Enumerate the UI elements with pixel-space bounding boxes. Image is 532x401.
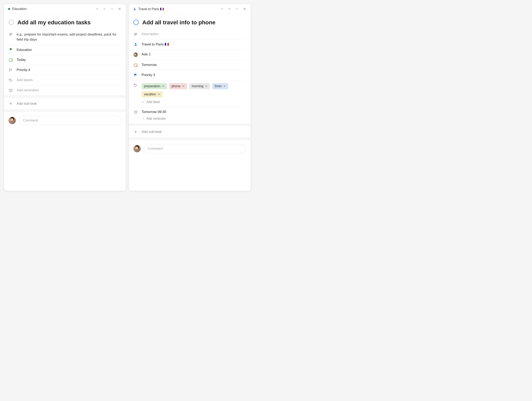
labels-container: preparation✕phone✕morning✕5min✕vacation✕… (141, 83, 246, 104)
remove-label-icon[interactable]: ✕ (223, 84, 226, 88)
add-label-button[interactable]: ＋ Add label (141, 100, 246, 104)
description-field[interactable]: e.g.: prepare for important exams, add p… (8, 29, 121, 45)
reminder-value[interactable]: Tomorrow 09:30 (141, 110, 246, 114)
more-button[interactable] (235, 7, 239, 11)
assignee-name: Ada J. (141, 52, 246, 56)
svg-point-16 (235, 9, 236, 9)
task-title-row: Add all my education tasks (4, 14, 126, 28)
labels-placeholder: Add labels (17, 78, 121, 82)
section-divider (4, 95, 126, 98)
priority-field[interactable]: Priority 3 (133, 70, 246, 80)
add-subtask-label: Add sub-task (141, 130, 162, 134)
description-text: e.g.: prepare for important exams, add p… (17, 32, 121, 42)
svg-point-0 (110, 9, 111, 9)
tag-icon (8, 78, 13, 82)
comment-input[interactable]: Comment (144, 144, 246, 153)
project-field[interactable]: Education (8, 45, 121, 55)
task-fields: e.g.: prepare for important exams, add p… (4, 29, 126, 95)
close-button[interactable] (242, 7, 247, 11)
svg-point-25 (135, 43, 136, 44)
label-chip[interactable]: vacation✕ (141, 91, 163, 97)
priority-value: Priority 3 (141, 73, 246, 77)
label-text: preparation (144, 84, 160, 88)
plus-icon: ＋ (141, 100, 145, 104)
section-divider (129, 124, 251, 126)
add-subtask-button[interactable]: Add sub-task (129, 126, 251, 138)
remove-label-icon[interactable]: ✕ (158, 92, 160, 96)
avatar (133, 145, 141, 152)
calendar-icon (8, 58, 13, 62)
flag-icon (133, 73, 138, 77)
person-icon (133, 42, 138, 46)
add-reminder-button[interactable]: ＋ Add reminder (141, 116, 246, 121)
labels-field: preparation✕phone✕morning✕5min✕vacation✕… (133, 80, 246, 107)
next-task-button[interactable] (228, 7, 231, 11)
label-text: 5min (215, 84, 222, 88)
project-field[interactable]: Travel to Paris 🇫🇷 (133, 39, 246, 50)
prev-task-button[interactable] (95, 7, 99, 11)
remove-label-icon[interactable]: ✕ (162, 84, 165, 88)
task-panel-left: Education Add all my education tasks e.g… (4, 4, 126, 191)
header-project[interactable]: Travel to Paris 🇫🇷 (133, 7, 218, 11)
prev-task-button[interactable] (220, 7, 224, 11)
header-project-name: Travel to Paris 🇫🇷 (138, 7, 164, 11)
svg-point-18 (238, 9, 238, 9)
label-chip[interactable]: preparation✕ (141, 83, 167, 89)
more-button[interactable] (110, 7, 114, 11)
alarm-icon (8, 88, 13, 92)
reminder-container: Tomorrow 09:30 ＋ Add reminder (141, 110, 246, 121)
svg-point-10 (11, 61, 12, 61)
add-subtask-button[interactable]: Add sub-task (4, 98, 126, 109)
remove-label-icon[interactable]: ✕ (182, 84, 185, 88)
label-text: phone (171, 84, 181, 88)
svg-point-15 (134, 8, 135, 9)
task-title[interactable]: Add all my education tasks (17, 19, 91, 26)
close-button[interactable] (118, 7, 122, 11)
section-divider (4, 109, 126, 112)
plus-icon (133, 130, 138, 134)
project-dot-icon (8, 8, 10, 10)
date-field[interactable]: Tomorrow (133, 60, 246, 70)
complete-checkbox[interactable] (133, 20, 139, 25)
next-task-button[interactable] (103, 7, 106, 11)
panel-header: Education (4, 4, 126, 14)
add-subtask-label: Add sub-task (17, 102, 37, 106)
header-project-name: Education (12, 7, 26, 11)
reminders-field[interactable]: Add reminders (8, 85, 121, 95)
tag-icon (133, 83, 138, 87)
labels-field[interactable]: Add labels (8, 75, 121, 85)
label-chip[interactable]: phone✕ (169, 83, 187, 89)
label-text: morning (192, 84, 203, 88)
label-text: vacation (144, 92, 156, 96)
description-field[interactable]: Description (133, 29, 246, 39)
complete-checkbox[interactable] (8, 20, 14, 25)
comment-row: Comment (129, 140, 251, 157)
comment-input[interactable]: Comment (19, 116, 121, 125)
panel-header: Travel to Paris 🇫🇷 (129, 4, 251, 14)
add-reminder-text: Add reminder (146, 117, 166, 121)
person-icon (133, 7, 136, 11)
label-chip[interactable]: 5min✕ (212, 83, 228, 89)
priority-field[interactable]: Priority 4 (8, 65, 121, 75)
task-title[interactable]: Add all travel info to phone (142, 19, 215, 26)
header-actions (220, 7, 247, 11)
comment-row: Comment (4, 112, 126, 129)
project-name: Travel to Paris 🇫🇷 (141, 42, 246, 46)
add-label-text: Add label (146, 100, 160, 104)
priority-value: Priority 4 (17, 68, 121, 72)
avatar-icon (133, 52, 138, 57)
date-value: Today (17, 58, 121, 62)
svg-point-17 (237, 9, 237, 9)
description-placeholder: Description (141, 32, 246, 36)
date-field[interactable]: Today (8, 55, 121, 65)
label-chip[interactable]: morning✕ (189, 83, 210, 89)
date-value: Tomorrow (141, 63, 246, 67)
svg-rect-26 (134, 64, 137, 67)
svg-point-1 (112, 9, 112, 9)
header-actions (95, 7, 122, 11)
assignee-field[interactable]: Ada J. (133, 50, 246, 60)
svg-point-2 (113, 9, 114, 9)
header-project[interactable]: Education (8, 7, 93, 11)
remove-label-icon[interactable]: ✕ (205, 84, 208, 88)
flag-icon (8, 68, 13, 72)
